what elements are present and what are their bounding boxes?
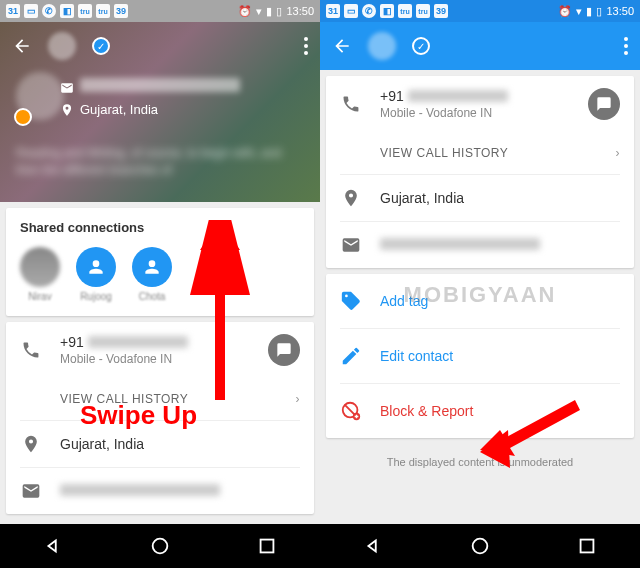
header: ✓ (320, 22, 640, 70)
location-row[interactable]: Gujarat, India (326, 175, 634, 221)
nav-recent-icon[interactable] (576, 535, 598, 557)
block-report-label: Block & Report (380, 403, 473, 419)
nav-recent-icon[interactable] (256, 535, 278, 557)
contact-details-card: +91 Mobile - Vodafone IN VIEW CALL HISTO… (326, 76, 634, 268)
signal-icon: ▮ (586, 5, 592, 18)
nav-home-icon[interactable] (469, 535, 491, 557)
contact-location: Gujarat, India (80, 102, 158, 117)
phone-carrier: Mobile - Vodafone IN (380, 106, 570, 120)
nav-bar (0, 524, 320, 568)
verified-icon: ✓ (92, 37, 110, 55)
nav-bar (320, 524, 640, 568)
alarm-icon: ⏰ (238, 5, 252, 18)
notif-count-icon: 39 (114, 4, 128, 18)
edit-contact-label: Edit contact (380, 348, 453, 364)
more-icon[interactable] (304, 37, 308, 55)
phone-number-blurred (408, 90, 508, 102)
pin-icon (20, 433, 42, 455)
calendar-icon: 31 (6, 4, 20, 18)
true-icon: tru (398, 4, 412, 18)
person-icon (132, 247, 172, 287)
clock-text: 13:50 (286, 5, 314, 17)
gallery-icon: ◧ (380, 4, 394, 18)
block-report-row[interactable]: Block & Report (326, 384, 634, 438)
back-icon[interactable] (12, 36, 32, 56)
email-blurred (380, 238, 540, 250)
whatsapp-icon: ✆ (362, 4, 376, 18)
view-call-history[interactable]: VIEW CALL HISTORY › (326, 132, 634, 174)
true-icon-2: tru (416, 4, 430, 18)
chevron-right-icon: › (296, 392, 301, 406)
person-icon (20, 247, 60, 287)
svg-rect-1 (260, 540, 273, 553)
nav-back-icon[interactable] (42, 535, 64, 557)
email-row[interactable] (6, 468, 314, 514)
phone-number-blurred (88, 336, 188, 348)
notif-count-icon: 39 (434, 4, 448, 18)
svg-point-7 (473, 539, 488, 554)
svg-rect-8 (580, 540, 593, 553)
chevron-right-icon: › (616, 146, 621, 160)
wifi-icon: ▾ (576, 5, 582, 18)
content-area: Shared connections Nirav Rujoog Chota +9… (0, 202, 320, 524)
phone-icon (340, 93, 362, 115)
phone-carrier: Mobile - Vodafone IN (60, 352, 250, 366)
connection-item[interactable]: Rujoog (76, 247, 116, 302)
edit-icon (340, 345, 362, 367)
contact-details-card: +91 Mobile - Vodafone IN VIEW CALL HISTO… (6, 322, 314, 514)
connection-item[interactable]: Chota (132, 247, 172, 302)
shared-connections-title: Shared connections (6, 208, 314, 243)
email-row[interactable] (326, 222, 634, 268)
phone-icon (20, 339, 42, 361)
battery-icon: ▯ (276, 5, 282, 18)
gallery-icon: ◧ (60, 4, 74, 18)
add-tag-label: Add tag (380, 293, 428, 309)
phone-row[interactable]: +91 Mobile - Vodafone IN (326, 76, 634, 132)
location-row[interactable]: Gujarat, India (6, 421, 314, 467)
screen-left: 31 ▭ ✆ ◧ tru tru 39 ⏰ ▾ ▮ ▯ 13:50 ✓ (0, 0, 320, 568)
unmoderated-note: The displayed content is unmoderated (326, 444, 634, 480)
sms-button[interactable] (588, 88, 620, 120)
wifi-icon: ▾ (256, 5, 262, 18)
app-icon: ▭ (24, 4, 38, 18)
status-bar: 31 ▭ ✆ ◧ tru tru 39 ⏰ ▾ ▮ ▯ 13:50 (320, 0, 640, 22)
phone-prefix: +91 (380, 88, 404, 104)
verified-icon: ✓ (412, 37, 430, 55)
clock-text: 13:50 (606, 5, 634, 17)
phone-prefix: +91 (60, 334, 84, 350)
add-tag-row[interactable]: Add tag (326, 274, 634, 328)
location-text: Gujarat, India (380, 190, 620, 206)
sms-button[interactable] (268, 334, 300, 366)
back-icon[interactable] (332, 36, 352, 56)
email-blurred (60, 484, 220, 496)
alarm-icon: ⏰ (558, 5, 572, 18)
mail-icon (20, 480, 42, 502)
pin-icon (340, 187, 362, 209)
tag-icon (340, 290, 362, 312)
header-avatar (368, 32, 396, 60)
calendar-icon: 31 (326, 4, 340, 18)
header: ✓ (0, 22, 320, 70)
phone-row[interactable]: +91 Mobile - Vodafone IN (6, 322, 314, 378)
view-call-history[interactable]: VIEW CALL HISTORY › (6, 378, 314, 420)
content-area: +91 Mobile - Vodafone IN VIEW CALL HISTO… (320, 70, 640, 524)
block-icon (340, 400, 362, 422)
more-icon[interactable] (624, 37, 628, 55)
edit-contact-row[interactable]: Edit contact (326, 329, 634, 383)
nav-back-icon[interactable] (362, 535, 384, 557)
svg-point-0 (153, 539, 168, 554)
battery-icon: ▯ (596, 5, 602, 18)
true-icon-2: tru (96, 4, 110, 18)
contact-bio-blurred: Reading and Writing, of course, to begin… (0, 145, 320, 179)
app-icon: ▭ (344, 4, 358, 18)
status-bar: 31 ▭ ✆ ◧ tru tru 39 ⏰ ▾ ▮ ▯ 13:50 (0, 0, 320, 22)
whatsapp-icon: ✆ (42, 4, 56, 18)
header-avatar (48, 32, 76, 60)
connection-item[interactable]: Nirav (20, 247, 60, 302)
signal-icon: ▮ (266, 5, 272, 18)
nav-home-icon[interactable] (149, 535, 171, 557)
contact-name-blurred (80, 78, 240, 92)
person-icon (76, 247, 116, 287)
actions-card: Add tag Edit contact Block & Report (326, 274, 634, 438)
screen-right: 31 ▭ ✆ ◧ tru tru 39 ⏰ ▾ ▮ ▯ 13:50 ✓ +91 (320, 0, 640, 568)
